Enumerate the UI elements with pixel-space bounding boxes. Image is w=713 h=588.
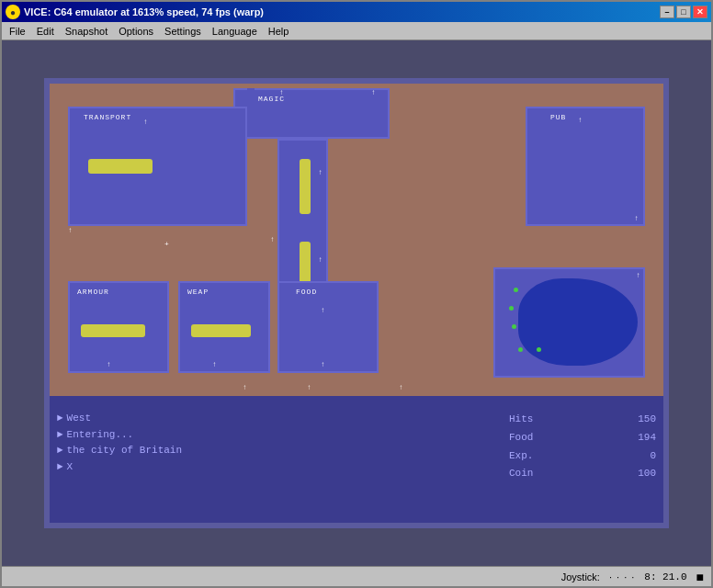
npc-bot-2: ↑ [307, 383, 311, 391]
npc-mid-1: ↑ [318, 168, 323, 176]
npc-armour-1: ↑ [107, 360, 111, 368]
food-value: 194 [638, 429, 656, 447]
food-room: FOOD ↑ ↑ [277, 281, 379, 373]
stats-panel: Hits 150 Food 194 Exp. 0 Coin 100 [509, 411, 656, 515]
arrow-3: ► [57, 443, 63, 459]
coin-label: Coin [509, 465, 533, 483]
coin-value: 100 [638, 465, 656, 483]
arrow-1: ► [57, 411, 63, 427]
npc-weap-1: ↑ [212, 360, 217, 368]
transport-item-1 [88, 159, 153, 174]
npc-mid-2: ↑ [318, 255, 323, 264]
close-button[interactable]: ✕ [693, 6, 707, 18]
npc-left-1: ↑ [68, 226, 73, 234]
hits-value: 150 [638, 411, 656, 429]
magic-corridor: MAGIC [233, 88, 390, 139]
menu-edit[interactable]: Edit [31, 24, 60, 39]
indicator-square: ■ [696, 570, 704, 584]
transport-label: TRANSPORT [84, 113, 131, 121]
npc-food-1: ↑ [321, 306, 325, 314]
window: ● VICE: C64 emulator at 1613% speed, 74 … [0, 0, 713, 588]
menu-language[interactable]: Language [207, 24, 263, 39]
pond-dot-1 [514, 288, 518, 292]
pub-room: PUB ↑ ↑ [526, 107, 645, 226]
item-staff-1 [300, 159, 311, 214]
titlebar: ● VICE: C64 emulator at 1613% speed, 74 … [2, 2, 711, 22]
message-3: the city of Britain [67, 443, 182, 459]
position-display: 8: 21.0 [644, 571, 686, 582]
pub-label: PUB [550, 113, 566, 121]
armour-room: ARMOUR ↑ [68, 281, 169, 373]
transport-room: TRANSPORT ↑ [68, 107, 247, 226]
arrow-4: ► [57, 459, 63, 476]
statusbar: Joystick: · · · · 8: 21.0 ■ [2, 566, 711, 586]
weapons-room: WEAP ↑ [178, 281, 270, 373]
message-line-2: ► Entering... [57, 427, 491, 444]
app-icon: ● [6, 5, 20, 19]
menubar: File Edit Snapshot Options Settings Lang… [2, 22, 711, 40]
food-label: Food [509, 429, 533, 447]
npc-sprite-pub-2: ↑ [634, 214, 639, 222]
stat-hits: Hits 150 [509, 411, 656, 429]
menu-file[interactable]: File [4, 24, 31, 39]
menu-snapshot[interactable]: Snapshot [60, 24, 113, 39]
pond-dot-3 [512, 324, 516, 329]
joystick-label: Joystick: [561, 571, 600, 582]
message-1: West [67, 411, 91, 427]
npc-bot-3: ↑ [399, 383, 403, 391]
weapons-label: WEAP [187, 288, 209, 296]
message-line-3: ► the city of Britain [57, 443, 491, 459]
hits-label: Hits [509, 411, 533, 429]
npc-food-2: ↑ [321, 360, 325, 368]
weapons-item [191, 324, 251, 337]
minimize-button[interactable]: – [660, 6, 674, 18]
npc-mid-cross: ↑ [270, 235, 275, 243]
emulator-area: MAGIC TRANSPORT ↑ PUB ↑ ↑ [2, 40, 711, 566]
connector-1 [247, 88, 255, 107]
npc-top-1: ↑ [279, 88, 284, 96]
stat-food: Food 194 [509, 429, 656, 447]
npc-sprite-1: ↑ [143, 118, 148, 126]
npc-cross-1: + [164, 240, 169, 248]
window-title: VICE: C64 emulator at 1613% speed, 74 fp… [24, 6, 660, 17]
message-line-4: ► X [57, 459, 491, 476]
text-area: ► West ► Entering... ► the city of Brita… [50, 403, 663, 523]
npc-top-2: ↑ [371, 88, 376, 96]
menu-help[interactable]: Help [263, 24, 295, 39]
pond-area: ↑ [493, 267, 645, 378]
food-label: FOOD [296, 288, 317, 296]
pond-dot-5 [537, 347, 541, 352]
menu-options[interactable]: Options [113, 24, 159, 39]
npc-pond-1: ↑ [636, 271, 640, 279]
joystick-dots: · · · · [609, 571, 635, 582]
armour-label: ARMOUR [77, 288, 109, 296]
exp-value: 0 [650, 447, 656, 466]
exp-label: Exp. [509, 447, 533, 466]
pond-dot-4 [518, 347, 523, 352]
message-line-1: ► West [57, 411, 491, 427]
message-log: ► West ► Entering... ► the city of Brita… [57, 411, 491, 515]
game-map: MAGIC TRANSPORT ↑ PUB ↑ ↑ [50, 84, 663, 396]
c64-screen: MAGIC TRANSPORT ↑ PUB ↑ ↑ [44, 78, 669, 528]
window-controls: – □ ✕ [660, 6, 707, 18]
message-4: X [67, 459, 74, 476]
maximize-button[interactable]: □ [676, 6, 691, 18]
pond-blob [518, 278, 638, 366]
stat-coin: Coin 100 [509, 465, 656, 483]
pond-dot-2 [509, 306, 514, 311]
npc-bot-1: ↑ [243, 383, 247, 391]
arrow-2: ► [57, 427, 63, 444]
armour-item [81, 324, 145, 337]
npc-sprite-pub-1: ↑ [578, 116, 583, 124]
message-2: Entering... [67, 427, 134, 444]
menu-settings[interactable]: Settings [159, 24, 207, 39]
stat-exp: Exp. 0 [509, 447, 656, 466]
